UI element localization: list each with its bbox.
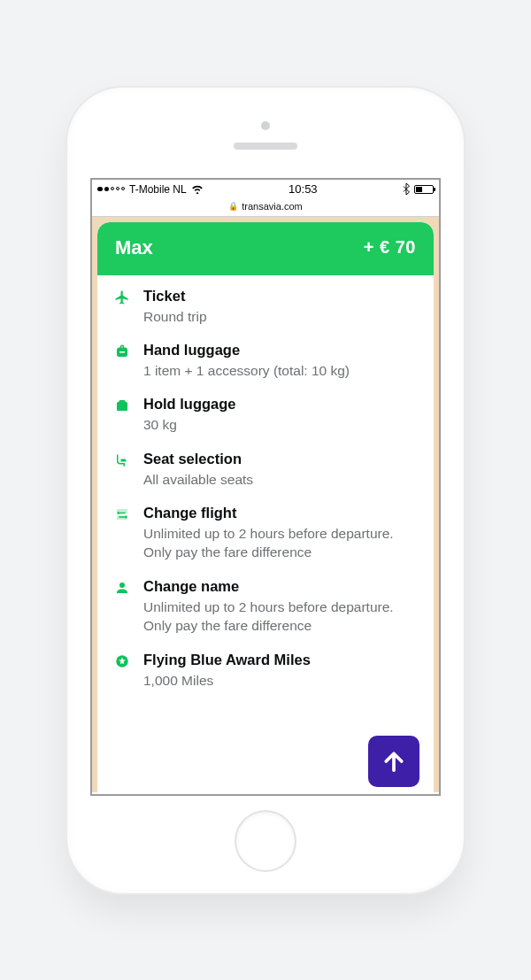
fare-title: Max — [115, 236, 153, 259]
feature-desc: 1,000 Miles — [143, 671, 418, 690]
feature-seat: Seat selection All available seats — [113, 451, 418, 489]
swap-icon — [113, 505, 131, 562]
plane-icon — [113, 288, 131, 326]
lock-icon: 🔒 — [228, 202, 238, 211]
feature-title: Hold luggage — [143, 396, 418, 413]
feature-desc: Unlimited up to 2 hours before departure… — [143, 524, 418, 562]
feature-hold-luggage: Hold luggage 30 kg — [113, 396, 418, 434]
browser-domain: transavia.com — [242, 201, 302, 212]
feature-title: Change flight — [143, 505, 418, 521]
feature-list: Ticket Round trip Hand luggage 1 item + … — [97, 275, 434, 690]
feature-title: Change name — [143, 578, 418, 595]
svg-rect-1 — [120, 400, 125, 402]
person-icon — [113, 578, 131, 636]
feature-title: Ticket — [143, 288, 418, 305]
fare-card-header: Max + € 70 — [97, 222, 434, 275]
feature-title: Seat selection — [143, 451, 418, 467]
page-content[interactable]: Max + € 70 Ticket Round trip — [92, 217, 439, 792]
feature-change-name: Change name Unlimited up to 2 hours befo… — [113, 578, 418, 636]
seat-icon — [113, 451, 131, 489]
feature-desc: All available seats — [143, 470, 418, 489]
browser-url-bar[interactable]: 🔒 transavia.com — [92, 199, 439, 217]
feature-desc: 30 kg — [143, 415, 418, 434]
phone-speaker — [234, 143, 297, 150]
svg-rect-0 — [117, 403, 127, 412]
bluetooth-icon — [403, 183, 410, 195]
suitcase-icon — [113, 396, 131, 434]
signal-dots — [97, 187, 125, 192]
status-bar: T-Mobile NL 10:53 — [92, 180, 439, 199]
miles-icon — [113, 652, 131, 690]
feature-title: Flying Blue Award Miles — [143, 652, 418, 668]
feature-miles: Flying Blue Award Miles 1,000 Miles — [113, 652, 418, 690]
feature-desc: Round trip — [143, 307, 418, 326]
status-time: 10:53 — [289, 182, 318, 196]
arrow-up-icon — [381, 748, 407, 775]
backpack-icon — [113, 342, 131, 380]
feature-desc: 1 item + 1 accessory (total: 10 kg) — [143, 361, 418, 380]
carrier-label: T-Mobile NL — [129, 183, 187, 196]
fare-card: Max + € 70 Ticket Round trip — [97, 222, 434, 792]
wifi-icon — [191, 184, 204, 194]
scroll-top-button[interactable] — [368, 736, 419, 787]
battery-icon — [414, 185, 434, 194]
phone-camera — [261, 121, 270, 130]
home-button[interactable] — [236, 812, 295, 870]
feature-change-flight: Change flight Unlimited up to 2 hours be… — [113, 505, 418, 562]
phone-frame: T-Mobile NL 10:53 🔒 transavia.com Max — [67, 88, 464, 893]
fare-price: + € 70 — [364, 237, 416, 258]
screen: T-Mobile NL 10:53 🔒 transavia.com Max — [90, 178, 441, 796]
feature-ticket: Ticket Round trip — [113, 288, 418, 326]
feature-desc: Unlimited up to 2 hours before departure… — [143, 598, 418, 636]
feature-title: Hand luggage — [143, 342, 418, 359]
feature-hand-luggage: Hand luggage 1 item + 1 accessory (total… — [113, 342, 418, 380]
